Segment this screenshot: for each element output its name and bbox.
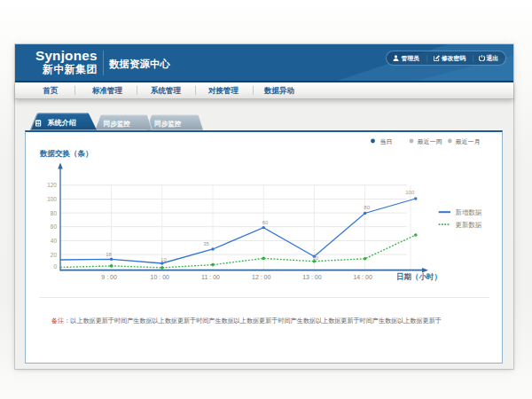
svg-text:最近一周: 最近一周 (418, 138, 442, 145)
svg-text:20: 20 (51, 252, 58, 258)
svg-text:100: 100 (47, 196, 57, 202)
svg-text:10 : 00: 10 : 00 (151, 274, 170, 280)
svg-text:80: 80 (51, 210, 58, 216)
svg-text:11 : 00: 11 : 00 (201, 274, 220, 280)
svg-text:系统介绍: 系统介绍 (47, 118, 76, 127)
svg-text:12 : 00: 12 : 00 (252, 274, 271, 280)
svg-text:10: 10 (312, 255, 318, 261)
svg-text:新增数据: 新增数据 (456, 208, 482, 216)
svg-text:35: 35 (203, 241, 209, 246)
svg-text:当日: 当日 (380, 138, 393, 145)
svg-text:同步监控: 同步监控 (154, 120, 182, 128)
svg-text:14 : 00: 14 : 00 (353, 274, 372, 280)
svg-text:18: 18 (106, 252, 112, 257)
svg-text:9 : 00: 9 : 00 (101, 274, 117, 280)
svg-text:80: 80 (364, 205, 370, 210)
svg-text:120: 120 (47, 182, 57, 188)
svg-text:10: 10 (160, 257, 167, 262)
svg-text:40: 40 (51, 238, 58, 244)
svg-text:日期（小时）: 日期（小时） (396, 272, 442, 281)
svg-text:同步监控: 同步监控 (104, 120, 131, 128)
svg-text:更新数据: 更新数据 (456, 221, 482, 229)
svg-text:最近一月: 最近一月 (456, 138, 481, 145)
svg-text:0: 0 (53, 263, 57, 270)
svg-text:100: 100 (405, 190, 415, 195)
svg-text:60: 60 (51, 223, 58, 230)
svg-text:13 : 00: 13 : 00 (302, 274, 322, 280)
svg-text:60: 60 (262, 220, 269, 225)
svg-text:数据交换（条）: 数据交换（条） (39, 149, 93, 158)
